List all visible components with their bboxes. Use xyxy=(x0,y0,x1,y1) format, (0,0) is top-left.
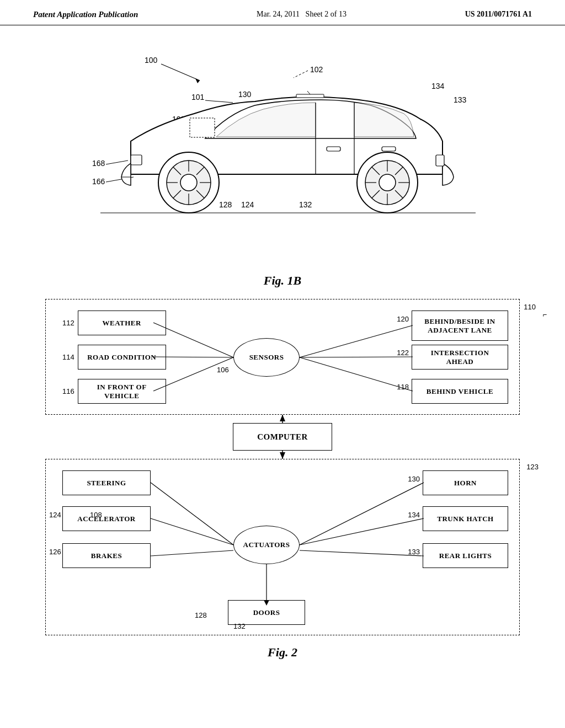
road-condition-box: ROAD CONDITION xyxy=(78,345,166,370)
ref-134-car: 134 xyxy=(431,82,445,90)
patent-number: US 2011/0071761 A1 xyxy=(465,10,532,19)
doors-container: DOORS xyxy=(228,600,305,625)
svg-line-5 xyxy=(106,160,128,164)
behind-vehicle-row: BEHIND VEHICLE xyxy=(412,379,508,404)
accelerator-container: ACCELERATOR xyxy=(62,506,151,531)
rear-lights-box: REAR LIGHTS xyxy=(423,543,508,568)
doors-box: DOORS xyxy=(228,600,305,625)
ref-130-act: 130 xyxy=(408,475,420,483)
ref-126-act: 126 xyxy=(49,548,61,556)
computer-row: COMPUTER xyxy=(45,415,520,459)
adjacent-lane-box: BEHIND/BESIDE IN ADJACENT LANE xyxy=(412,311,508,341)
horn-container: HORN xyxy=(423,470,508,495)
svg-marker-1 xyxy=(195,78,200,83)
ref-106: 106 xyxy=(217,366,229,374)
sheet-info: Sheet 2 of 13 xyxy=(306,10,347,18)
svg-line-36 xyxy=(300,357,413,357)
svg-line-31 xyxy=(307,91,310,94)
ref-110-arrow: ⌐ xyxy=(542,311,547,319)
date-sheet: Mar. 24, 2011 Sheet 2 of 13 xyxy=(257,10,347,19)
door-handle-rear xyxy=(382,147,396,151)
svg-line-3 xyxy=(294,71,308,78)
svg-line-35 xyxy=(300,325,413,357)
ref-132-act: 132 xyxy=(233,622,246,630)
ref-134-act: 134 xyxy=(408,511,420,519)
svg-line-43 xyxy=(151,518,233,545)
svg-point-11 xyxy=(180,174,197,191)
ref-124-car: 124 xyxy=(241,200,254,209)
sensors-oval-container: SENSORS 106 xyxy=(233,338,300,377)
engine-detail xyxy=(190,118,215,137)
intersection-box: INTERSECTION AHEAD xyxy=(412,345,508,370)
weather-box: WEATHER xyxy=(78,311,166,335)
ref-133-car: 133 xyxy=(454,95,467,104)
trunk-hatch-box: TRUNK HATCH xyxy=(423,506,508,531)
roof-antenna xyxy=(296,94,324,98)
ref-130-car: 130 xyxy=(238,90,252,99)
ref-118: 118 xyxy=(397,383,409,391)
ref-123: 123 xyxy=(526,463,539,471)
diagram-container: 110 ⌐ 112 WEATHER 114 ROAD CONDITION xyxy=(45,299,520,635)
ref-114: 114 xyxy=(62,353,74,361)
ref-120: 120 xyxy=(397,315,409,323)
actuators-oval-container: ACTUATORS xyxy=(233,526,300,564)
behind-vehicle-box: BEHIND VEHICLE xyxy=(412,379,508,404)
road-condition-row: 114 ROAD CONDITION xyxy=(62,345,166,370)
ref-128-car: 128 xyxy=(219,200,232,209)
car-illustration: 100 101 102 108 134 133 130 168 166 xyxy=(45,36,520,251)
ref-100: 100 xyxy=(145,56,158,65)
front-vehicle-box: IN FRONT OF VEHICLE xyxy=(78,379,166,404)
ref-133-act: 133 xyxy=(408,548,420,556)
svg-line-2 xyxy=(205,100,233,103)
ref-132-car: 132 xyxy=(299,200,312,209)
actuators-oval: ACTUATORS xyxy=(233,526,300,564)
svg-line-42 xyxy=(151,483,233,545)
ref-116: 116 xyxy=(62,387,74,395)
svg-line-47 xyxy=(300,550,424,556)
sensors-oval: SENSORS xyxy=(233,338,300,377)
ref-124-act: 124 xyxy=(49,511,61,519)
ref-112: 112 xyxy=(62,319,74,327)
svg-marker-41 xyxy=(280,452,285,459)
adjacent-lane-row: BEHIND/BESIDE IN ADJACENT LANE xyxy=(412,311,508,341)
ref-110: 110 xyxy=(524,303,536,311)
brakes-container: BRAKES xyxy=(62,543,151,568)
svg-line-45 xyxy=(300,483,424,545)
ref-128-act: 128 xyxy=(195,611,207,619)
rear-lights-container: REAR LIGHTS xyxy=(423,543,508,568)
ref-168: 168 xyxy=(92,159,105,168)
ref-166: 166 xyxy=(92,177,105,186)
fig2-diagram: 110 ⌐ 112 WEATHER 114 ROAD CONDITION xyxy=(33,299,532,660)
steering-box: STEERING xyxy=(62,470,151,495)
fig1b-label: Fig. 1B xyxy=(33,274,532,288)
weather-row: 112 WEATHER xyxy=(62,311,166,335)
publication-label: Patent Application Publication xyxy=(33,10,138,19)
page-header: Patent Application Publication Mar. 24, … xyxy=(0,0,565,25)
horn-box: HORN xyxy=(423,470,508,495)
ref-101: 101 xyxy=(191,93,205,101)
headlight xyxy=(131,155,142,165)
pub-date: Mar. 24, 2011 xyxy=(257,10,300,18)
svg-line-46 xyxy=(300,518,424,545)
svg-point-21 xyxy=(379,174,396,191)
svg-marker-39 xyxy=(280,415,285,421)
trunk-hatch-container: TRUNK HATCH xyxy=(423,506,508,531)
ref-108-act: 108 xyxy=(90,511,102,519)
accelerator-box: ACCELERATOR xyxy=(62,506,151,531)
door-handle-front xyxy=(327,147,340,151)
fig1b-diagram: 100 101 102 108 134 133 130 168 166 xyxy=(33,36,532,268)
steering-container: STEERING xyxy=(62,470,151,495)
sensors-box: 110 ⌐ 112 WEATHER 114 ROAD CONDITION xyxy=(45,299,520,415)
intersection-row: INTERSECTION AHEAD xyxy=(412,345,508,370)
computer-box: COMPUTER xyxy=(233,423,332,451)
taillight xyxy=(436,155,444,166)
page-content: 100 101 102 108 134 133 130 168 166 xyxy=(0,25,565,682)
fig2-label: Fig. 2 xyxy=(33,645,532,660)
front-of-vehicle-row: 116 IN FRONT OF VEHICLE xyxy=(62,379,166,404)
brakes-box: BRAKES xyxy=(62,543,151,568)
svg-line-0 xyxy=(161,64,200,81)
svg-line-44 xyxy=(151,550,233,556)
ref-122: 122 xyxy=(397,349,409,357)
actuators-box: 123 STEERING ACCELERATOR 124 108 xyxy=(45,459,520,635)
svg-line-37 xyxy=(300,357,413,391)
